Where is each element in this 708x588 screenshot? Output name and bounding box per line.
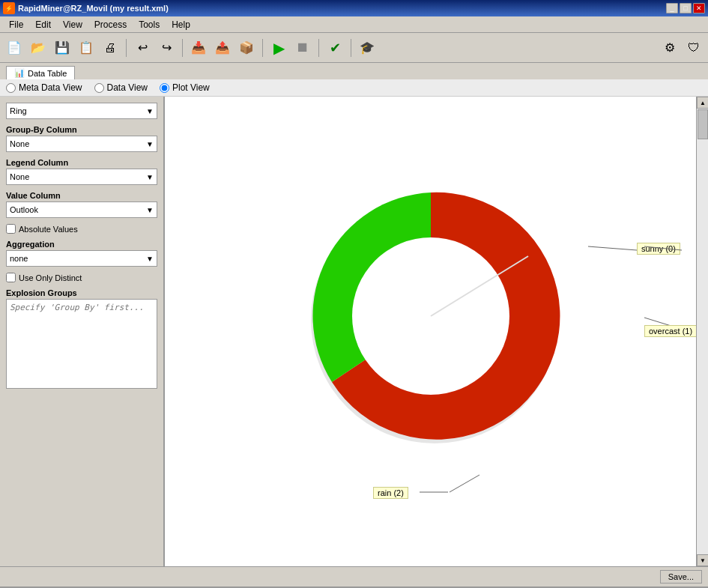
main-content: Meta Data View Data View Plot View Ring … — [0, 79, 708, 587]
group-by-text: Group-By Column — [6, 125, 157, 134]
toolbar-divider-3 — [262, 39, 263, 57]
menu-process[interactable]: Process — [88, 18, 133, 31]
toolbar-divider-2 — [182, 39, 183, 57]
menu-bar: File Edit View Process Tools Help — [0, 16, 708, 33]
explosion-groups-textarea[interactable] — [6, 299, 157, 389]
toolbar-divider-5 — [351, 39, 351, 57]
close-button[interactable]: ✕ — [693, 3, 705, 13]
label-rain-text: rain (2) — [378, 488, 404, 497]
label-overcast-text: overcast (1) — [649, 327, 692, 336]
ring-chart — [273, 159, 588, 473]
tab-bar: 📊 Data Table — [0, 63, 708, 79]
title-bar: ⚡ RapidMiner@RZ_Movil (my result.xml) _ … — [0, 0, 708, 16]
legend-section: Legend Column None ▼ — [6, 158, 157, 185]
open-button[interactable]: 📂 — [27, 37, 49, 59]
label-sunny: sunny (0) — [637, 243, 680, 255]
value-column-value: Outlook — [10, 205, 38, 214]
plot-view-label: Plot View — [172, 82, 210, 93]
toolbar: 📄 📂 💾 📋 🖨 ↩ ↪ 📥 📤 📦 ▶ ⏹ ✔ 🎓 ⚙ 🛡 — [0, 33, 708, 63]
absolute-values-input[interactable] — [6, 224, 16, 234]
value-column-arrow: ▼ — [146, 206, 154, 214]
value-column-label: Value Column — [6, 191, 157, 200]
aggregation-value: none — [10, 254, 28, 263]
tab-data-table[interactable]: 📊 Data Table — [6, 66, 75, 79]
stop-button[interactable]: ⏹ — [291, 37, 314, 59]
scroll-track — [697, 109, 708, 554]
label-sunny-text: sunny (0) — [641, 244, 676, 253]
legend-value: None — [10, 172, 29, 181]
menu-file[interactable]: File — [3, 18, 29, 31]
validate-button[interactable]: ✔ — [324, 37, 346, 59]
scroll-thumb[interactable] — [698, 109, 708, 139]
radio-plot-view[interactable]: Plot View — [160, 82, 210, 93]
meta-data-view-label: Meta Data View — [19, 82, 82, 93]
scroll-up-button[interactable]: ▲ — [697, 97, 708, 109]
menu-help[interactable]: Help — [166, 18, 196, 31]
toolbar-divider-1 — [126, 39, 127, 57]
label-overcast: overcast (1) — [644, 325, 696, 337]
window-title: RapidMiner@RZ_Movil (my result.xml) — [18, 4, 169, 13]
save-as-button[interactable]: 📋 — [75, 37, 97, 59]
tab-icon: 📊 — [14, 68, 25, 78]
redo-button[interactable]: ↪ — [155, 37, 178, 59]
radio-data-view[interactable]: Data View — [94, 82, 148, 93]
svg-line-1 — [588, 246, 637, 250]
use-only-distinct-input[interactable] — [6, 273, 16, 282]
legend-label: Legend Column — [6, 158, 157, 167]
right-scrollbar: ▲ ▼ — [696, 97, 708, 566]
wizard-button[interactable]: 🎓 — [356, 37, 378, 59]
explosion-groups-section: Explosion Groups — [6, 288, 157, 391]
package-button[interactable]: 📦 — [235, 37, 258, 59]
view-selector: Meta Data View Data View Plot View — [0, 79, 708, 97]
save-chart-button[interactable]: Save... — [660, 570, 702, 584]
menu-view[interactable]: View — [57, 18, 88, 31]
new-button[interactable]: 📄 — [3, 37, 25, 59]
chart-type-value: Ring — [10, 106, 27, 115]
left-panel: Ring ▼ Group-By Column None ▼ Legend Col… — [0, 97, 165, 566]
chart-type-select[interactable]: Ring ▼ — [6, 103, 157, 119]
legend-select[interactable]: None ▼ — [6, 169, 157, 185]
chart-area: sunny (0) overcast (1) rain (2) — [165, 97, 696, 566]
group-by-select[interactable]: None ▼ — [6, 136, 157, 152]
legend-arrow: ▼ — [146, 173, 154, 181]
group-by-label: Group-By Column None ▼ — [6, 125, 157, 152]
app-icon: ⚡ — [3, 2, 15, 14]
explosion-groups-label: Explosion Groups — [6, 288, 157, 297]
data-view-label: Data View — [107, 82, 148, 93]
tab-label: Data Table — [28, 69, 67, 78]
svg-line-4 — [450, 475, 479, 492]
bottom-toolbar: Save... — [0, 566, 708, 587]
group-by-arrow: ▼ — [146, 140, 154, 148]
aggregation-label: Aggregation — [6, 240, 157, 249]
menu-edit[interactable]: Edit — [29, 18, 57, 31]
import-button[interactable]: 📥 — [187, 37, 210, 59]
export-button[interactable]: 📤 — [211, 37, 234, 59]
use-only-distinct-checkbox[interactable]: Use Only Distinct — [6, 273, 157, 282]
value-column-section: Value Column Outlook ▼ — [6, 191, 157, 218]
aggregation-arrow: ▼ — [146, 255, 154, 263]
absolute-values-checkbox[interactable]: Absolute Values — [6, 224, 157, 234]
aggregation-select[interactable]: none ▼ — [6, 250, 157, 267]
save-button-toolbar[interactable]: 💾 — [51, 37, 73, 59]
chart-type-arrow: ▼ — [146, 107, 154, 115]
scroll-down-button[interactable]: ▼ — [697, 554, 708, 566]
content-area: Ring ▼ Group-By Column None ▼ Legend Col… — [0, 97, 708, 566]
run-button[interactable]: ▶ — [267, 37, 290, 59]
group-by-value: None — [10, 139, 29, 148]
settings-button[interactable]: ⚙ — [659, 37, 681, 59]
absolute-values-label: Absolute Values — [19, 225, 78, 234]
radio-meta-data-view[interactable]: Meta Data View — [6, 82, 82, 93]
undo-button[interactable]: ↩ — [131, 37, 154, 59]
shield-icon: 🛡 — [683, 37, 705, 59]
label-rain: rain (2) — [373, 487, 408, 499]
value-column-select[interactable]: Outlook ▼ — [6, 201, 157, 218]
menu-tools[interactable]: Tools — [133, 18, 166, 31]
minimize-button[interactable]: _ — [666, 3, 678, 13]
print-button[interactable]: 🖨 — [99, 37, 121, 59]
maximize-button[interactable]: □ — [680, 3, 692, 13]
use-only-distinct-label: Use Only Distinct — [19, 273, 82, 282]
toolbar-divider-4 — [318, 39, 319, 57]
aggregation-section: Aggregation none ▼ — [6, 240, 157, 267]
